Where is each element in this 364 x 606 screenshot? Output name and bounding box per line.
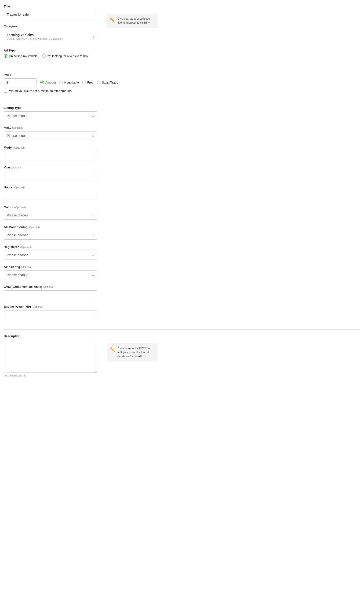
adtype-section: Ad Type I'm selling my vehicle I'm looki…: [4, 49, 97, 58]
axle-config-section: Axle config (Optional) Please choose ⌄: [4, 265, 97, 279]
adtype-radio-group: I'm selling my vehicle I'm looking for a…: [4, 54, 97, 58]
price-section: Price $ Amount Negotiable: [4, 73, 118, 93]
price-label: Price: [4, 73, 118, 77]
title-hint-box: ✏️ Give your ad a descriptive title to i…: [107, 13, 158, 28]
hours-label: Hours (Optional): [4, 185, 97, 189]
adtype-buying-option[interactable]: I'm looking for a vehicle to buy: [42, 54, 88, 58]
colour-optional: (Optional): [14, 206, 26, 209]
registered-select-wrap: Please choose ⌄: [4, 250, 97, 260]
title-input[interactable]: [4, 10, 97, 19]
model-section: Model (Optional): [4, 146, 97, 160]
adtype-label: Ad Type: [4, 49, 97, 52]
price-negotiable-radio[interactable]: [59, 80, 63, 84]
category-name: Farming Vehicles: [7, 33, 63, 37]
engine-power-label: Engine Power (HP) (Optional): [4, 305, 97, 308]
price-options: Amount Negotiable Free Swap/Trade: [40, 80, 118, 84]
model-input[interactable]: [4, 151, 97, 160]
price-amount-option[interactable]: Amount: [40, 80, 56, 84]
description-hint-text: Did you know it's FREE to edit your list…: [117, 346, 155, 358]
price-swap-label: Swap/Trade: [102, 81, 118, 84]
category-section: Category Farming Vehicles Cars & Vehicle…: [4, 25, 97, 43]
title-hint-text: Give your ad a descriptive title to impr…: [117, 17, 155, 25]
title-label: Title: [4, 5, 97, 8]
axle-config-select-wrap: Please choose ⌄: [4, 270, 97, 279]
price-row: $ Amount Negotiable Free: [4, 78, 118, 86]
colour-select[interactable]: Please choose: [4, 211, 97, 220]
description-textarea[interactable]: [4, 340, 97, 372]
chevron-right-icon: ›: [93, 34, 94, 39]
engine-power-section: Engine Power (HP) (Optional): [4, 305, 97, 319]
registered-optional: (Optional): [20, 246, 32, 249]
price-negotiable-label: Negotiable: [64, 81, 79, 84]
year-section: Year (Optional): [4, 166, 97, 180]
air-conditioning-label: Air Conditioning (Optional): [4, 225, 97, 229]
gvm-input[interactable]: [4, 290, 97, 299]
adtype-buying-radio[interactable]: [42, 54, 46, 58]
min-offer-row[interactable]: Would you like to set a minimum offer am…: [4, 89, 118, 93]
gvm-label: GVM (Gross Vehicle Mass) (Optional): [4, 285, 97, 289]
adtype-selling-radio[interactable]: [4, 54, 8, 58]
make-optional: (Optional): [12, 126, 23, 129]
price-free-option[interactable]: Free: [82, 80, 93, 84]
gvm-section: GVM (Gross Vehicle Mass) (Optional): [4, 285, 97, 299]
year-label: Year (Optional): [4, 166, 97, 169]
air-conditioning-section: Air Conditioning (Optional) Please choos…: [4, 225, 97, 240]
price-free-radio[interactable]: [82, 80, 86, 84]
price-input-wrap: $: [4, 78, 37, 86]
year-optional: (Optional): [11, 166, 22, 169]
listing-type-select[interactable]: Please choose: [4, 111, 97, 120]
category-label: Category: [4, 25, 97, 28]
air-conditioning-select[interactable]: Please choose: [4, 231, 97, 240]
axle-config-optional: (Optional): [21, 265, 32, 268]
colour-section: Colour (Optional) Please choose ⌄: [4, 205, 97, 220]
price-amount-radio[interactable]: [40, 80, 44, 84]
engine-power-optional: (Optional): [32, 305, 43, 308]
engine-power-input[interactable]: [4, 310, 97, 319]
make-select-wrap: Please choose ⌄: [4, 131, 97, 140]
category-path: Cars & Vehicles > Farming Vehicles & Equ…: [7, 37, 63, 40]
gvm-optional: (Optional): [43, 285, 54, 288]
listing-type-select-wrap: Please choose ⌄: [4, 111, 97, 120]
price-free-label: Free: [87, 81, 93, 84]
divider-3: [4, 329, 360, 330]
listing-type-label: Listing Type: [4, 106, 97, 109]
colour-label: Colour (Optional): [4, 205, 97, 209]
adtype-selling-option[interactable]: I'm selling my vehicle: [4, 54, 38, 58]
adtype-selling-label: I'm selling my vehicle: [9, 54, 38, 58]
make-label: Make (Optional): [4, 126, 97, 129]
hours-section: Hours (Optional): [4, 185, 97, 200]
title-section: Title: [4, 5, 97, 19]
air-conditioning-select-wrap: Please choose ⌄: [4, 231, 97, 240]
description-section: Description 4000 characters left: [4, 334, 97, 377]
make-select[interactable]: Please choose: [4, 131, 97, 140]
registered-section: Registered (Optional) Please choose ⌄: [4, 245, 97, 260]
min-offer-label: Would you like to set a minimum offer am…: [9, 89, 72, 93]
hours-input[interactable]: [4, 191, 97, 200]
description-hint-box: ✏️ Did you know it's FREE to edit your l…: [107, 343, 158, 361]
make-section: Make (Optional) Please choose ⌄: [4, 126, 97, 140]
description-label: Description: [4, 334, 97, 338]
price-amount-label: Amount: [45, 81, 56, 84]
model-optional: (Optional): [13, 146, 25, 149]
axle-config-label: Axle config (Optional): [4, 265, 97, 269]
price-symbol: $: [6, 80, 8, 84]
price-swap-option[interactable]: Swap/Trade: [97, 80, 118, 84]
colour-select-wrap: Please choose ⌄: [4, 211, 97, 220]
hours-optional: (Optional): [13, 186, 25, 189]
registered-label: Registered (Optional): [4, 245, 97, 249]
axle-config-select[interactable]: Please choose: [4, 270, 97, 279]
char-count: 4000 characters left: [4, 374, 97, 377]
adtype-buying-label: I'm looking for a vehicle to buy: [47, 54, 88, 58]
price-swap-radio[interactable]: [97, 80, 101, 84]
air-conditioning-optional: (Optional): [28, 226, 39, 229]
category-select-button[interactable]: Farming Vehicles Cars & Vehicles > Farmi…: [4, 30, 97, 43]
pencil-icon: ✏️: [110, 17, 115, 23]
model-label: Model (Optional): [4, 146, 97, 149]
price-input[interactable]: [10, 80, 34, 84]
year-input[interactable]: [4, 171, 97, 180]
pencil-icon-2: ✏️: [110, 347, 115, 352]
registered-select[interactable]: Please choose: [4, 250, 97, 260]
min-offer-checkbox[interactable]: [4, 89, 7, 93]
divider-2: [4, 101, 360, 101]
price-negotiable-option[interactable]: Negotiable: [59, 80, 79, 84]
